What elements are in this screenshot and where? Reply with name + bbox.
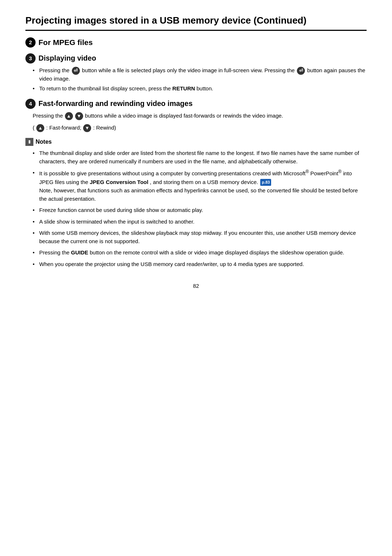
fastforward-legend: ( ▲ : Fast-forward; ▼ : Rewind)	[25, 124, 367, 132]
notes-header: ▮ Notes	[25, 138, 367, 146]
notes-title: Notes	[36, 139, 52, 145]
bullet2-text-after: button.	[197, 85, 213, 91]
note-item-7: When you operate the projector using the…	[33, 260, 367, 268]
note-item-1: The thumbnail display and slide order ar…	[33, 149, 367, 166]
legend-rewind-label: : Rewind)	[93, 124, 116, 131]
notes-icon: ▮	[25, 138, 33, 146]
note3-text: Freeze function cannot be used during sl…	[39, 207, 203, 213]
note-item-6: Pressing the GUIDE button on the remote …	[33, 248, 367, 257]
page-title: Projecting images stored in a USB memory…	[25, 15, 367, 31]
return-button-label: RETURN	[172, 85, 195, 91]
displaying-bullet-1: Pressing the ⏎ button while a file is se…	[33, 66, 367, 83]
bullet2-text: To return to the thumbnail list display …	[39, 85, 172, 91]
fastforward-text-middle: buttons while a video image is displayed…	[85, 113, 283, 119]
page-ref-83: p.83	[260, 179, 271, 186]
fast-forward-up-icon: ▲	[65, 112, 73, 120]
guide-button-label: GUIDE	[71, 249, 89, 255]
fastforward-section-header: 4 Fast-forwarding and rewinding video im…	[25, 99, 367, 109]
jpeg-tool-label: JPEG Conversion Tool	[90, 179, 148, 185]
legend-rewind-icon: ▼	[83, 124, 91, 132]
bullet1-text-middle: button while a file is selected plays on…	[82, 67, 296, 73]
fastforward-paren-open: (	[33, 124, 34, 131]
fastforward-text-before: Pressing the	[33, 113, 65, 119]
fastforward-description: Pressing the ▲ ▼ buttons while a video i…	[25, 112, 367, 120]
fast-forward-down-icon: ▼	[75, 112, 83, 120]
enter-button-icon-2: ⏎	[297, 67, 305, 75]
mpeg-section-icon: 2	[25, 37, 36, 48]
note-item-5: With some USB memory devices, the slides…	[33, 229, 367, 246]
note6-text-before: Pressing the	[39, 249, 71, 255]
fastforward-section-title: Fast-forwarding and rewinding video imag…	[38, 99, 193, 108]
mpeg-section-title: For MPEG files	[38, 38, 93, 47]
displaying-bullet-2: To return to the thumbnail list display …	[33, 85, 367, 93]
note-item-2: It is possible to give presentations wit…	[33, 168, 367, 203]
notes-list: The thumbnail display and slide order ar…	[25, 149, 367, 268]
displaying-section-icon: 3	[25, 53, 36, 64]
displaying-section-header: 3 Displaying video	[25, 53, 367, 64]
note-item-3: Freeze function cannot be used during sl…	[33, 206, 367, 214]
enter-button-icon-1: ⏎	[72, 67, 80, 75]
note4-text: A slide show is terminated when the inpu…	[39, 218, 195, 225]
legend-fast-forward-icon: ▲	[36, 124, 44, 132]
note7-text: When you operate the projector using the…	[39, 261, 304, 267]
notes-section: ▮ Notes The thumbnail display and slide …	[25, 138, 367, 268]
mpeg-section-header: 2 For MPEG files	[25, 37, 367, 48]
fastforward-section-icon: 4	[25, 99, 36, 109]
bullet1-text-before: Pressing the	[39, 67, 71, 73]
note1-text: The thumbnail display and slide order ar…	[39, 150, 359, 164]
note2-text-middle: , and storing them on a USB memory devic…	[150, 179, 260, 185]
note6-text-after: button on the remote control with a slid…	[90, 249, 344, 255]
note5-text: With some USB memory devices, the slides…	[39, 230, 356, 244]
page-number: 82	[25, 283, 367, 289]
note2-text-after: Note, however, that functions such as an…	[39, 187, 358, 202]
displaying-section-title: Displaying video	[38, 54, 96, 62]
displaying-bullet-list: Pressing the ⏎ button while a file is se…	[25, 66, 367, 93]
note-item-4: A slide show is terminated when the inpu…	[33, 217, 367, 226]
legend-fast-forward-label: : Fast-forward;	[46, 124, 83, 131]
